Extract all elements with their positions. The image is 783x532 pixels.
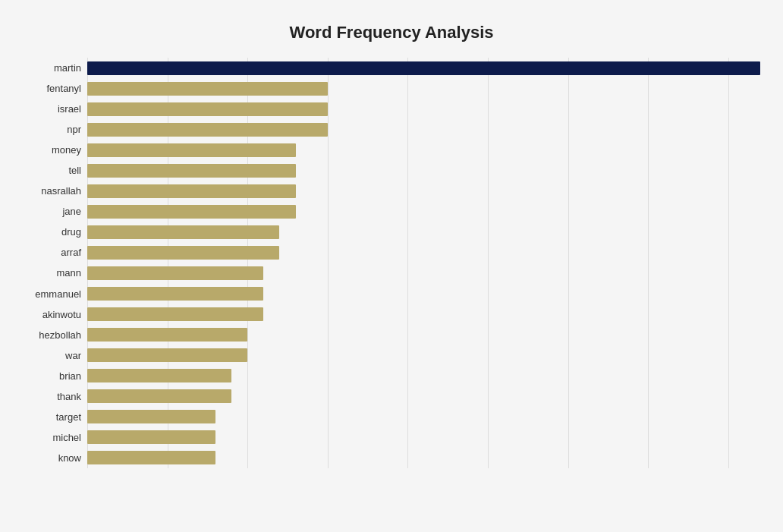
y-label: thank [57,392,81,401]
bar-money [87,143,296,157]
bar-row [87,304,760,325]
bar-drug [87,225,279,239]
bar-row [87,181,760,201]
y-labels: martinfentanylisraelnprmoneytellnasralla… [23,58,87,468]
y-label: hezbollah [39,330,81,340]
bar-row [87,160,760,181]
bar-akinwotu [87,307,263,321]
bar-row [87,99,760,119]
bar-row [87,58,760,78]
y-label: money [52,145,81,155]
bar-michel [87,430,215,444]
y-label: know [58,453,81,463]
bar-row [87,119,760,140]
y-label: mann [56,268,81,278]
bar-arraf [87,246,279,260]
y-label: emmanuel [35,289,81,299]
bar-row [87,201,760,222]
y-label: npr [67,124,81,134]
y-label: arraf [61,247,81,257]
bar-row [87,78,760,99]
bar-row [87,386,760,407]
y-label: drug [61,227,81,237]
bar-emmanuel [87,287,263,301]
y-label: war [65,351,81,360]
bar-fentanyl [87,82,328,96]
bar-jane [87,205,296,219]
y-label: tell [68,165,81,175]
y-label: nasrallah [41,186,81,196]
bar-hezbollah [87,328,247,342]
bar-martin [87,61,760,75]
bar-row [87,448,760,468]
bar-npr [87,123,328,137]
bar-row [87,140,760,160]
y-label: target [56,412,81,422]
bar-row [87,284,760,304]
y-label: fentanyl [46,83,81,93]
bar-row [87,345,760,366]
chart-title: Word Frequency Analysis [23,23,760,42]
bar-row [87,242,760,263]
chart-area: martinfentanylisraelnprmoneytellnasralla… [23,58,760,468]
bar-know [87,451,215,464]
bar-mann [87,266,263,280]
y-label: michel [52,433,81,442]
bar-row [87,263,760,283]
bar-row [87,222,760,242]
bar-brian [87,369,231,382]
bar-israel [87,102,328,116]
y-label: brian [59,371,81,381]
y-label: israel [58,104,81,114]
chart-container: Word Frequency Analysis martinfentanylis… [8,8,775,532]
y-label: jane [62,206,81,216]
bar-thank [87,389,231,403]
y-label: martin [54,63,81,73]
bar-row [87,325,760,345]
y-label: akinwotu [42,310,81,320]
bar-tell [87,164,296,178]
bar-row [87,366,760,386]
bar-row [87,407,760,427]
bar-row [87,427,760,448]
bars-and-grid [87,58,760,468]
bar-war [87,348,247,362]
bar-nasrallah [87,184,296,198]
bar-target [87,410,215,423]
